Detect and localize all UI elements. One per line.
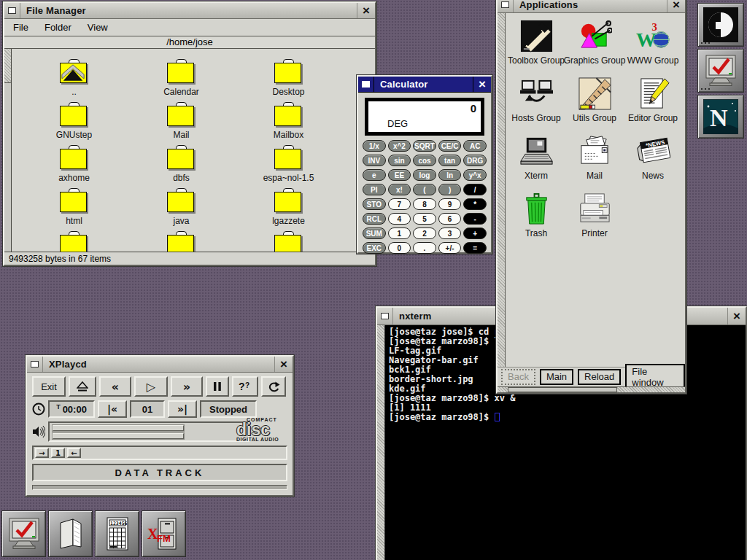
folder-item[interactable]: Calendar [128, 59, 235, 102]
folder-item[interactable]: espa~nol-1.5 [235, 145, 342, 188]
folder-item[interactable]: .. [20, 59, 128, 102]
folder-item[interactable]: Mailbox [235, 102, 342, 145]
dock-icon-xfm[interactable]: XFM [142, 510, 186, 557]
calc-key-6[interactable]: 6 [438, 213, 462, 225]
prev-track-button[interactable]: |« [98, 400, 127, 418]
resize-bar[interactable] [32, 485, 287, 490]
folder-item[interactable] [20, 231, 128, 252]
calc-key-8[interactable]: 8 [413, 198, 436, 210]
calc-key-AC[interactable]: AC [463, 140, 487, 152]
calc-key-/[interactable]: / [463, 184, 487, 195]
applications-titlebar[interactable]: Applications × [498, 0, 685, 13]
calc-key-1/x[interactable]: 1/x [363, 140, 386, 152]
calc-key-1[interactable]: 1 [388, 228, 411, 239]
rewind-button[interactable]: « [99, 376, 131, 397]
calc-key-SUM[interactable]: SUM [363, 228, 386, 239]
file-manager-titlebar[interactable]: File Manager × [4, 3, 375, 19]
calc-key-STO[interactable]: STO [363, 198, 386, 210]
calc-key-0[interactable]: 0 [388, 242, 411, 254]
volume-slider-right[interactable] [53, 433, 184, 439]
scrollbar-thumb[interactable] [4, 82, 11, 252]
dock-icon-windowmaker[interactable] [697, 3, 744, 47]
folder-item[interactable] [128, 231, 235, 252]
track-number-button[interactable]: 1 [51, 448, 65, 458]
menu-view[interactable]: View [88, 22, 108, 33]
calc-key-EE[interactable]: EE [388, 169, 411, 181]
repeat-button[interactable] [261, 376, 286, 397]
app-item-trash[interactable]: Trash [507, 192, 565, 249]
menu-file[interactable]: File [13, 22, 28, 33]
calc-key-y^x[interactable]: y^x [463, 169, 487, 181]
calc-key-9[interactable]: 9 [438, 198, 462, 210]
dock-icon-xv[interactable] [1, 510, 46, 557]
main-button[interactable]: Main [540, 369, 573, 385]
folder-item[interactable] [235, 231, 342, 252]
calc-key-sin[interactable]: sin [388, 155, 411, 166]
app-item-hosts[interactable]: Hosts Group [507, 77, 565, 134]
app-item-mail[interactable]: Mail [565, 134, 624, 192]
window-menu-icon[interactable] [358, 77, 374, 92]
calc-key-tan[interactable]: tan [438, 155, 462, 166]
forward-button[interactable]: » [171, 376, 203, 397]
dock-icon-xv[interactable] [697, 49, 744, 93]
window-menu-icon[interactable] [377, 308, 393, 324]
folder-item[interactable]: GNUstep [20, 102, 128, 145]
calc-key-x![interactable]: x! [388, 184, 411, 195]
calc-key-cos[interactable]: cos [413, 155, 436, 166]
calc-key-SQRT[interactable]: SQRT [413, 140, 436, 152]
horizontal-scrollbar[interactable] [498, 386, 685, 392]
calc-key-([interactable]: ( [413, 184, 436, 195]
close-icon[interactable]: × [473, 77, 491, 92]
calc-key-*[interactable]: * [463, 198, 487, 210]
volume-slider-panel[interactable] [48, 421, 249, 442]
vertical-scrollbar[interactable] [377, 325, 385, 560]
window-menu-icon[interactable] [498, 0, 514, 12]
calc-key-e[interactable]: e [363, 169, 386, 181]
close-icon[interactable]: × [667, 0, 685, 12]
xplaycd-titlebar[interactable]: XPlaycd × [27, 357, 293, 373]
app-item-graphics[interactable]: Graphics Group [565, 19, 624, 77]
reload-button[interactable]: Reload [578, 369, 621, 385]
calc-key-=[interactable]: = [463, 242, 487, 254]
calc-key-4[interactable]: 4 [388, 213, 411, 225]
calc-key-+[interactable]: + [463, 228, 487, 239]
app-item-editor[interactable]: Editor Group [624, 77, 682, 134]
step-forward-button[interactable]: → [35, 448, 49, 458]
calc-key-log[interactable]: log [413, 169, 436, 181]
calc-key-)[interactable]: ) [438, 184, 462, 195]
dock-icon-netscape[interactable]: N [697, 95, 744, 139]
exit-button[interactable]: Exit [32, 376, 66, 397]
scrollbar-thumb[interactable] [508, 387, 617, 392]
vertical-scrollbar[interactable] [4, 49, 12, 252]
dock-icon-xcalc[interactable]: 123456 [95, 510, 139, 557]
folder-item[interactable]: Mail [128, 102, 235, 145]
app-item-toolbox[interactable]: Toolbox Group [507, 19, 565, 77]
calc-key-.[interactable]: . [413, 242, 436, 254]
close-icon[interactable]: × [274, 357, 293, 372]
calc-key-CE/C[interactable]: CE/C [438, 140, 462, 152]
step-back-button[interactable]: ← [67, 448, 81, 458]
folder-item[interactable]: dbfs [128, 145, 235, 188]
calc-key--[interactable]: - [463, 213, 487, 225]
calc-key-INV[interactable]: INV [363, 155, 386, 166]
app-item-xterm[interactable]: Xterm [507, 134, 565, 192]
close-icon[interactable]: × [357, 3, 375, 18]
play-button[interactable]: ▷ [134, 376, 168, 397]
vertical-scrollbar[interactable] [498, 13, 506, 367]
calc-key-x^2[interactable]: x^2 [388, 140, 411, 152]
dock-icon-box[interactable] [48, 510, 93, 557]
folder-item[interactable]: axhome [20, 145, 128, 188]
app-item-printer[interactable]: Printer [565, 192, 624, 249]
app-item-www[interactable]: 3WWWW Group [624, 19, 682, 77]
calc-key-EXC[interactable]: EXC [363, 242, 386, 254]
folder-item[interactable]: java [128, 188, 235, 231]
menu-folder[interactable]: Folder [44, 22, 71, 33]
window-menu-icon[interactable] [4, 3, 20, 18]
folder-item[interactable]: Desktop [235, 59, 342, 102]
calc-key-7[interactable]: 7 [388, 198, 411, 210]
shuffle-button[interactable]: ?? [232, 376, 258, 397]
app-item-news[interactable]: *NEWSNews [624, 134, 682, 192]
calc-key-PI[interactable]: PI [363, 184, 386, 195]
volume-slider-left[interactable] [53, 425, 184, 431]
calc-key-DRG[interactable]: DRG [463, 155, 487, 166]
